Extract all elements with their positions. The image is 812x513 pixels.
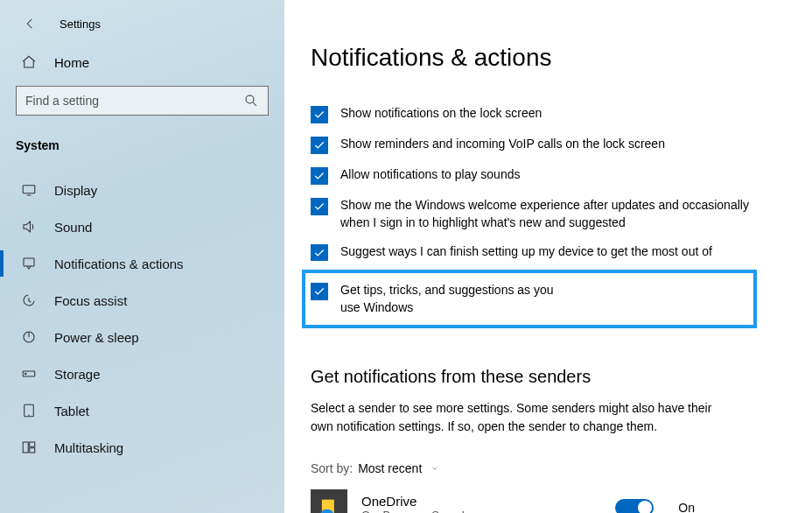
sidebar-item-tablet[interactable]: Tablet	[0, 392, 284, 429]
check-label: Allow notifications to play sounds	[340, 166, 520, 184]
sidebar-item-label: Notifications & actions	[54, 256, 184, 271]
multitasking-icon	[21, 439, 37, 455]
search-placeholder: Find a setting	[25, 94, 99, 108]
check-finish-setup[interactable]: Suggest ways I can finish setting up my …	[311, 242, 766, 261]
checkbox-icon	[311, 198, 328, 215]
section-label: System	[0, 124, 284, 159]
chevron-down-icon	[430, 461, 439, 470]
power-icon	[21, 329, 37, 345]
sender-toggle-label: On	[678, 501, 695, 513]
sidebar-item-label: Display	[54, 183, 97, 198]
sender-toggle[interactable]	[615, 499, 654, 513]
sort-label: Sort by:	[311, 461, 353, 475]
sender-name: OneDrive	[361, 494, 470, 509]
sort-value: Most recent	[358, 461, 422, 475]
display-icon	[21, 182, 37, 198]
checkbox-icon	[311, 137, 328, 154]
window-title: Settings	[60, 18, 101, 31]
sidebar-item-label: Focus assist	[54, 293, 127, 308]
svg-rect-9	[30, 448, 35, 453]
sidebar-item-label: Multitasking	[54, 440, 123, 455]
sender-info: OneDrive On: Banners, Sounds	[361, 494, 470, 513]
sound-icon	[21, 219, 37, 235]
main-content: Notifications & actions Show notificatio…	[284, 0, 812, 513]
senders-heading: Get notifications from these senders	[311, 367, 782, 387]
check-lockscreen-notifications[interactable]: Show notifications on the lock screen	[311, 103, 766, 125]
check-lockscreen-voip[interactable]: Show reminders and incoming VoIP calls o…	[311, 134, 766, 156]
svg-rect-7	[23, 442, 28, 453]
sidebar: Settings Home Find a setting System Disp…	[0, 0, 284, 513]
check-welcome-experience[interactable]: Show me the Windows welcome experience a…	[311, 195, 766, 233]
sender-sub: On: Banners, Sounds	[361, 509, 470, 513]
home-icon	[21, 54, 37, 70]
check-label: Show notifications on the lock screen	[340, 105, 542, 123]
focus-assist-icon	[21, 292, 37, 308]
check-label: Suggest ways I can finish setting up my …	[340, 243, 760, 261]
sidebar-item-label: Sound	[54, 220, 92, 235]
onedrive-icon	[311, 489, 347, 513]
svg-rect-1	[23, 186, 35, 193]
sidebar-item-storage[interactable]: Storage	[0, 355, 284, 392]
sidebar-item-label: Storage	[54, 367, 101, 382]
sidebar-item-display[interactable]: Display	[0, 172, 284, 208]
checkbox-icon	[311, 283, 328, 300]
storage-icon	[21, 366, 37, 382]
checkbox-icon	[311, 244, 328, 261]
svg-rect-8	[30, 442, 35, 446]
notification-options: Show notifications on the lock screen Sh…	[311, 103, 782, 328]
check-label: Get tips, tricks, and suggestions as you…	[340, 282, 561, 316]
svg-point-0	[246, 95, 254, 103]
svg-rect-2	[24, 258, 34, 266]
notifications-icon	[21, 256, 37, 271]
svg-point-5	[25, 373, 27, 375]
home-label: Home	[54, 55, 89, 70]
check-play-sounds[interactable]: Allow notifications to play sounds	[311, 165, 766, 186]
checkbox-icon	[311, 167, 328, 185]
check-tips-tricks[interactable]: Get tips, tricks, and suggestions as you…	[302, 270, 757, 328]
sort-by-row[interactable]: Sort by: Most recent	[311, 461, 782, 475]
page-title: Notifications & actions	[311, 44, 782, 72]
back-icon[interactable]	[23, 16, 38, 32]
sidebar-item-notifications[interactable]: Notifications & actions	[0, 245, 284, 282]
sidebar-item-focus-assist[interactable]: Focus assist	[0, 282, 284, 319]
sidebar-nav: Display Sound Notifications & actions Fo…	[0, 172, 284, 466]
sidebar-item-label: Power & sleep	[54, 330, 139, 345]
sender-item-onedrive[interactable]: OneDrive On: Banners, Sounds On	[311, 489, 782, 513]
sidebar-item-power-sleep[interactable]: Power & sleep	[0, 319, 284, 355]
senders-description: Select a sender to see more settings. So…	[311, 399, 731, 435]
tablet-icon	[21, 403, 37, 418]
sidebar-item-home[interactable]: Home	[0, 44, 284, 81]
sidebar-item-label: Tablet	[54, 404, 89, 418]
checkbox-icon	[311, 106, 328, 123]
sidebar-item-sound[interactable]: Sound	[0, 208, 284, 245]
sidebar-item-multitasking[interactable]: Multitasking	[0, 429, 284, 466]
search-icon	[243, 93, 259, 109]
check-label: Show me the Windows welcome experience a…	[340, 197, 760, 231]
check-label: Show reminders and incoming VoIP calls o…	[340, 136, 665, 153]
search-input[interactable]: Find a setting	[16, 86, 269, 116]
window-topbar: Settings	[0, 12, 284, 44]
